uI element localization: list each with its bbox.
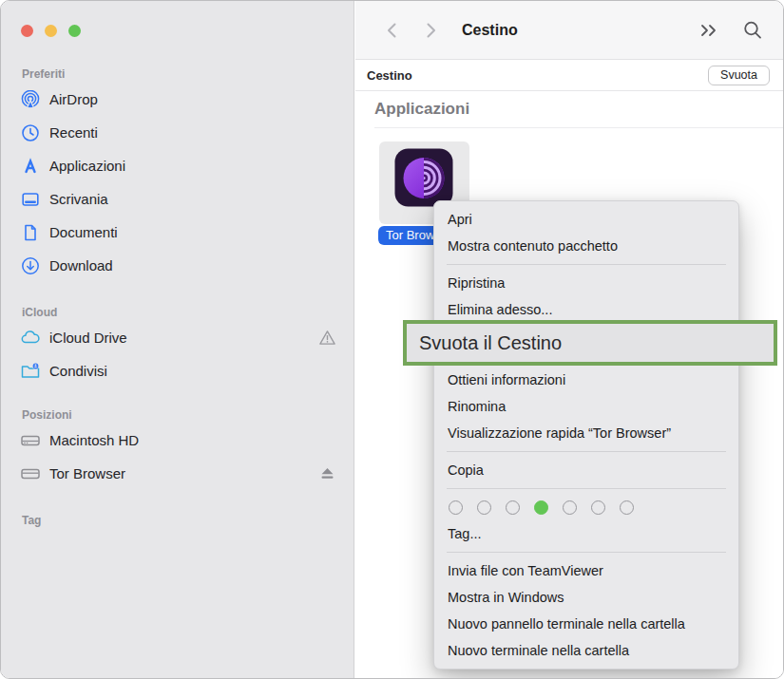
menu-item-empty-trash-highlighted[interactable]: Svuota il Cestino	[403, 320, 777, 366]
menu-item-show-package-contents[interactable]: Mostra contenuto pacchetto	[434, 233, 738, 259]
context-menu: Apri Mostra contenuto pacchetto Ripristi…	[433, 200, 739, 670]
menu-item-tags[interactable]: Tag...	[434, 520, 738, 547]
sidebar-item-recents[interactable]: Recenti	[1, 116, 354, 149]
group-header-applications: Applicazioni	[374, 100, 783, 119]
internal-drive-icon	[20, 430, 41, 451]
menu-item-send-teamviewer[interactable]: Invia file con TeamViewer	[434, 557, 738, 584]
location-label: Cestino	[367, 68, 412, 83]
sidebar-item-tor-browser-volume[interactable]: Tor Browser	[1, 457, 354, 490]
forward-button[interactable]	[418, 18, 443, 43]
sidebar-item-icloud-drive[interactable]: iCloud Drive	[1, 321, 354, 354]
tag-color-row	[434, 494, 738, 520]
sidebar-item-label: Macintosh HD	[49, 432, 139, 448]
minimize-window-button[interactable]	[45, 25, 57, 37]
toolbar-overflow-chevrons-icon[interactable]	[698, 19, 720, 42]
sidebar-item-downloads[interactable]: Download	[1, 249, 354, 282]
sidebar-section-favorites: Preferiti	[1, 66, 354, 83]
menu-item-new-terminal[interactable]: Nuovo terminale nella cartella	[434, 637, 738, 664]
tag-color-1[interactable]	[449, 500, 463, 515]
menu-item-copy[interactable]: Copia	[434, 457, 738, 483]
clock-icon	[20, 123, 41, 143]
sidebar-item-label: iCloud Drive	[49, 330, 127, 346]
sidebar-item-label: Scrivania	[49, 191, 108, 207]
cloud-icon	[20, 328, 41, 349]
menu-item-show-in-windows[interactable]: Mostra in Windows	[434, 584, 738, 611]
menu-separator	[447, 264, 726, 265]
eject-icon[interactable]	[317, 464, 336, 483]
sidebar-item-macintosh-hd[interactable]: Macintosh HD	[1, 424, 354, 457]
status-bar: Cestino Svuota	[355, 60, 784, 91]
menu-separator	[447, 488, 726, 489]
tag-color-3[interactable]	[506, 500, 520, 515]
sidebar-item-label: Tor Browser	[49, 465, 125, 481]
download-icon	[20, 255, 41, 276]
sidebar-item-label: Condivisi	[49, 363, 107, 379]
sidebar-item-label: Download	[49, 257, 113, 273]
window-title: Cestino	[462, 22, 518, 39]
menu-item-quick-look[interactable]: Visualizzazione rapida “Tor Browser”	[434, 420, 738, 446]
menu-item-rename[interactable]: Rinomina	[434, 393, 738, 420]
toolbar: Cestino	[355, 1, 784, 60]
sidebar-section-tags: Tag	[1, 512, 354, 529]
menu-item-get-info[interactable]: Ottieni informazioni	[434, 367, 738, 393]
sidebar-section-icloud: iCloud	[1, 304, 354, 321]
tag-color-2[interactable]	[477, 500, 491, 515]
search-icon[interactable]	[741, 19, 764, 42]
menu-item-delete-immediately[interactable]: Elimina adesso...	[434, 296, 738, 323]
sidebar-item-shared[interactable]: Condivisi	[1, 354, 354, 387]
sidebar-item-applications[interactable]: Applicazioni	[1, 149, 354, 182]
group-separator	[374, 127, 783, 128]
sidebar-item-desktop[interactable]: Scrivania	[1, 182, 354, 216]
tag-color-5[interactable]	[563, 500, 577, 515]
tor-browser-app-icon	[393, 147, 454, 208]
window-controls	[21, 25, 81, 37]
sidebar-item-documents[interactable]: Documenti	[1, 216, 354, 249]
sidebar-item-label: Documenti	[49, 224, 118, 240]
back-button[interactable]	[380, 18, 405, 43]
sidebar-item-label: Applicazioni	[49, 158, 125, 174]
empty-trash-button[interactable]: Svuota	[708, 66, 770, 85]
desktop-icon	[20, 189, 41, 210]
sidebar-item-airdrop[interactable]: AirDrop	[1, 83, 354, 116]
sidebar-item-label: Recenti	[49, 124, 98, 141]
menu-item-new-terminal-tab[interactable]: Nuovo pannello terminale nella cartella	[434, 611, 738, 637]
menu-separator	[447, 552, 726, 553]
tag-color-green-selected[interactable]	[534, 500, 548, 515]
menu-separator	[447, 451, 726, 452]
close-window-button[interactable]	[21, 25, 33, 37]
document-icon	[20, 222, 41, 243]
menu-item-put-back[interactable]: Ripristina	[434, 270, 738, 296]
shared-folder-icon	[20, 361, 41, 382]
airdrop-icon	[20, 89, 41, 110]
finder-window: Preferiti AirDrop Recenti Applicazioni	[0, 0, 784, 679]
sidebar-item-label: AirDrop	[49, 91, 98, 107]
external-drive-icon	[20, 463, 41, 484]
menu-item-open[interactable]: Apri	[434, 206, 738, 233]
warning-icon	[317, 329, 336, 348]
tag-color-7[interactable]	[620, 500, 634, 515]
sidebar: Preferiti AirDrop Recenti Applicazioni	[1, 1, 354, 678]
appstore-a-icon	[20, 156, 41, 177]
sidebar-section-locations: Posizioni	[1, 406, 354, 424]
tag-color-6[interactable]	[591, 500, 605, 515]
zoom-window-button[interactable]	[68, 25, 81, 37]
